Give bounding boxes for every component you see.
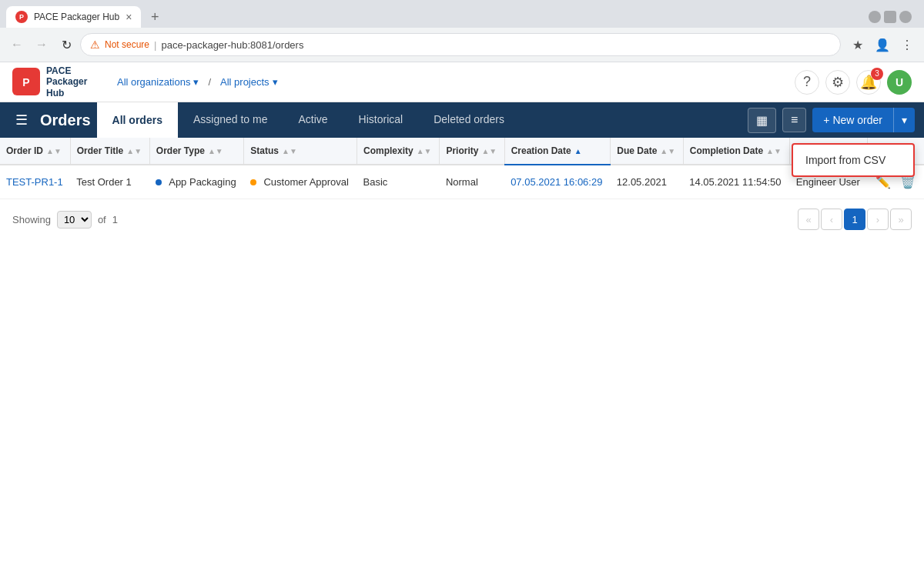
table-body: TEST-PR1-1 Test Order 1 App Packaging Cu… (0, 165, 924, 199)
tab-all-orders[interactable]: All orders (97, 102, 178, 138)
cell-order-title: Test Order 1 (70, 165, 149, 199)
browser-chrome: P PACE Packager Hub × + ← → ↻ ⚠ Not secu… (0, 0, 924, 62)
sort-icon: ▲▼ (417, 147, 432, 155)
col-order-id[interactable]: Order ID ▲▼ (0, 138, 70, 165)
help-button[interactable]: ? (795, 70, 819, 95)
new-order-button[interactable]: + New order (812, 108, 893, 132)
tab-deleted-orders[interactable]: Deleted orders (418, 102, 520, 138)
tab-assigned-to-me[interactable]: Assigned to me (178, 102, 283, 138)
col-order-type[interactable]: Order Type ▲▼ (149, 138, 243, 165)
browser-controls: ← → ↻ ⚠ Not secure | pace-packager-hub:8… (0, 28, 924, 62)
user-avatar[interactable]: U (887, 70, 912, 95)
more-button[interactable]: ⋮ (896, 34, 918, 55)
col-complexity[interactable]: Complexity ▲▼ (357, 138, 440, 165)
cell-due-date: 12.05.2021 (611, 165, 683, 199)
chevron-down-icon: ▾ (273, 76, 278, 88)
sort-icon: ▲▼ (46, 147, 62, 155)
address-separator: | (154, 39, 156, 51)
forward-button[interactable]: → (31, 34, 52, 55)
tab-active[interactable]: Active (283, 102, 343, 138)
first-page-button[interactable]: « (798, 209, 819, 230)
notification-badge: 3 (871, 68, 883, 80)
new-order-dropdown-button[interactable]: ▾ (893, 108, 915, 132)
cell-completion-date: 14.05.2021 11:54:50 (683, 165, 790, 199)
sort-icon: ▲▼ (208, 147, 223, 155)
address-text: pace-packager-hub:8081/orders (161, 39, 303, 51)
nav-all-projects[interactable]: All projects ▾ (214, 73, 284, 91)
filter-icon: ≡ (791, 113, 798, 126)
page-1-button[interactable]: 1 (844, 209, 865, 230)
last-page-button[interactable]: » (890, 209, 912, 230)
nav-separator: / (208, 76, 211, 88)
sort-icon: ▲▼ (481, 147, 497, 155)
table-header: Order ID ▲▼ Order Title ▲▼ Order Type ▲▼ (0, 138, 924, 165)
page-tabs: All orders Assigned to me Active Histori… (97, 102, 520, 138)
filter-button[interactable]: ≡ (782, 108, 806, 132)
col-order-title[interactable]: Order Title ▲▼ (70, 138, 149, 165)
sort-icon: ▲▼ (660, 147, 675, 155)
order-id-link[interactable]: TEST-PR1-1 (6, 176, 63, 188)
cell-priority: Normal (440, 165, 504, 199)
grid-view-button[interactable]: ▦ (748, 108, 776, 133)
page-nav: ☰ Orders All orders Assigned to me Activ… (0, 102, 924, 138)
sort-icon: ▲▼ (282, 147, 297, 155)
import-csv-option[interactable]: Import from CSV (793, 145, 913, 175)
cell-complexity: Basic (357, 165, 440, 199)
new-order-group: + New order ▾ Import from CSV (812, 108, 915, 132)
tab-historical[interactable]: Historical (343, 102, 419, 138)
status-dot (250, 179, 256, 185)
sort-icon: ▲▼ (126, 147, 142, 155)
hamburger-icon: ☰ (15, 112, 28, 128)
browser-right-icons: ★ 👤 ⋮ (847, 34, 918, 55)
pagination-buttons: « ‹ 1 › » (798, 209, 912, 230)
back-button[interactable]: ← (6, 34, 28, 55)
cell-order-type: App Packaging (149, 165, 243, 199)
app-logo: P PACE Packager Hub (12, 65, 105, 98)
close-button[interactable] (899, 11, 912, 23)
bookmark-button[interactable]: ★ (847, 34, 869, 55)
new-tab-button[interactable]: + (144, 6, 166, 28)
cell-order-id: TEST-PR1-1 (0, 165, 70, 199)
sort-asc-icon: ▲ (574, 147, 582, 155)
address-bar[interactable]: ⚠ Not secure | pace-packager-hub:8081/or… (80, 33, 841, 56)
nav-all-organizations[interactable]: All organizations ▾ (111, 73, 205, 91)
settings-icon: ⚙ (832, 74, 844, 91)
sort-icon: ▲▼ (766, 147, 782, 155)
of-label: of (98, 214, 106, 225)
col-creation-date[interactable]: Creation Date ▲ (504, 138, 611, 165)
app-nav: All organizations ▾ / All projects ▾ (111, 73, 788, 91)
status-text: Customer Approval (263, 176, 349, 188)
col-due-date[interactable]: Due Date ▲▼ (611, 138, 683, 165)
tab-close-button[interactable]: × (126, 11, 132, 23)
security-warning-text: Not secure (105, 39, 149, 50)
col-completion-date[interactable]: Completion Date ▲▼ (683, 138, 790, 165)
browser-tab[interactable]: P PACE Packager Hub × (6, 6, 141, 28)
security-warning-icon: ⚠ (90, 38, 100, 51)
minimize-button[interactable] (869, 11, 881, 23)
showing-label: Showing (12, 214, 51, 225)
col-status[interactable]: Status ▲▼ (244, 138, 357, 165)
tab-title: PACE Packager Hub (34, 12, 119, 22)
profile-button[interactable]: 👤 (872, 34, 893, 55)
reload-button[interactable]: ↻ (55, 34, 77, 55)
next-page-button[interactable]: › (867, 209, 889, 230)
maximize-button[interactable] (884, 11, 896, 23)
prev-page-button[interactable]: ‹ (821, 209, 842, 230)
pagination-bar: Showing 10 25 50 of 1 « ‹ 1 › » (0, 199, 924, 239)
hamburger-button[interactable]: ☰ (9, 105, 34, 135)
svg-text:P: P (22, 76, 29, 88)
app-header: P PACE Packager Hub All organizations ▾ … (0, 62, 924, 102)
total-count: 1 (112, 214, 118, 225)
browser-titlebar: P PACE Packager Hub × + (0, 0, 924, 28)
dropdown-arrow-icon: ▾ (902, 114, 907, 126)
orders-table: Order ID ▲▼ Order Title ▲▼ Order Type ▲▼ (0, 138, 924, 199)
per-page-select[interactable]: 10 25 50 (57, 211, 92, 229)
page-title: Orders (40, 112, 91, 129)
cell-creation-date: 07.05.2021 16:06:29 (504, 165, 611, 199)
app-header-right: ? ⚙ 🔔 3 U (795, 70, 912, 95)
settings-button[interactable]: ⚙ (825, 70, 850, 95)
grid-icon: ▦ (756, 114, 768, 127)
notifications-button[interactable]: 🔔 3 (856, 70, 881, 95)
tab-favicon: P (15, 11, 28, 23)
col-priority[interactable]: Priority ▲▼ (440, 138, 504, 165)
